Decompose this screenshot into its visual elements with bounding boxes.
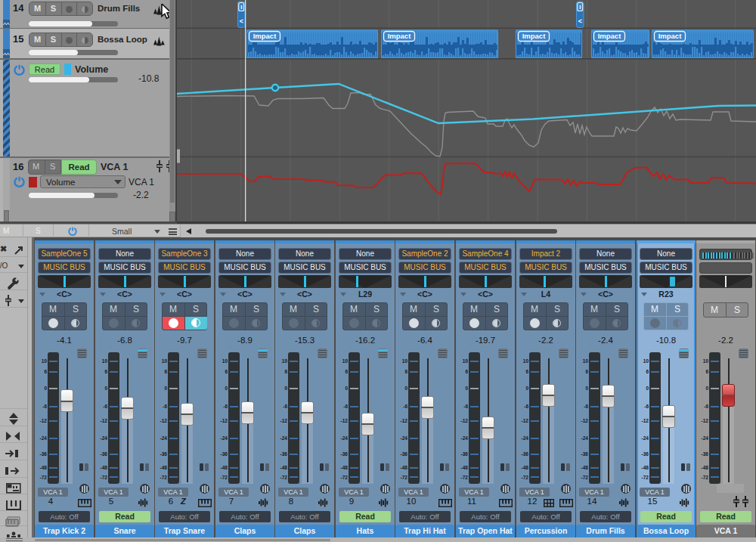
svg-text:I: I — [240, 4, 242, 11]
svg-text:Impact: Impact — [388, 32, 411, 40]
svg-text:Impact: Impact — [522, 32, 546, 40]
svg-text:I: I — [579, 4, 581, 11]
svg-text:<: < — [578, 17, 582, 25]
svg-text:Impact: Impact — [253, 32, 277, 40]
svg-text:Impact: Impact — [598, 32, 621, 40]
svg-text:Impact: Impact — [658, 32, 682, 40]
svg-text:<: < — [240, 17, 243, 25]
